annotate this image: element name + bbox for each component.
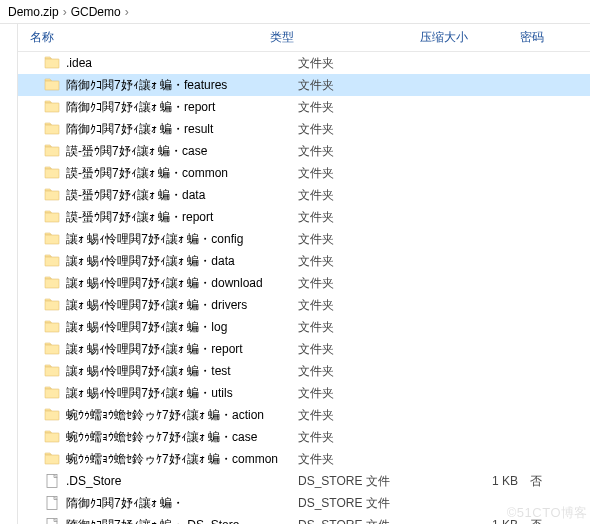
list-item[interactable]: 讓ｫ 蜴ｨ怜哩閧7妤ｨ讓ｫ 蝙・config文件夹 <box>18 228 590 250</box>
file-list: .idea文件夹隋御ｸｺ閧7妤ｨ讓ｫ 蝙・features文件夹隋御ｸｺ閧7妤ｨ… <box>18 52 590 524</box>
file-name: 謨-蜑ｳ閧7妤ｨ讓ｫ 蝙・case <box>66 143 298 160</box>
list-item[interactable]: 讓ｫ 蜴ｨ怜哩閧7妤ｨ讓ｫ 蝙・log文件夹 <box>18 316 590 338</box>
list-item[interactable]: .idea文件夹 <box>18 52 590 74</box>
file-name: 讓ｫ 蜴ｨ怜哩閧7妤ｨ讓ｫ 蝙・report <box>66 341 298 358</box>
file-name: 隋御ｸｺ閧7妤ｨ讓ｫ 蝙・features <box>66 77 298 94</box>
svg-rect-4 <box>45 147 59 156</box>
column-header-encrypted[interactable]: 密码 <box>520 29 570 46</box>
file-encrypted: 否 <box>530 473 570 490</box>
file-name: 蜿ｳｩ蠕ｮｳ蟾ｾ鈴ゥｹ7妤ｨ讓ｫ 蝙・common <box>66 451 298 468</box>
breadcrumb-item[interactable]: GCDemo <box>71 5 121 19</box>
folder-icon <box>44 451 60 467</box>
list-item[interactable]: 謨-蜑ｳ閧7妤ｨ讓ｫ 蝙・report文件夹 <box>18 206 590 228</box>
list-item[interactable]: 讓ｫ 蜴ｨ怜哩閧7妤ｨ讓ｫ 蝙・drivers文件夹 <box>18 294 590 316</box>
list-item[interactable]: 隋御ｸｺ閧7妤ｨ讓ｫ 蝙・features文件夹 <box>18 74 590 96</box>
folder-icon <box>44 429 60 445</box>
file-size: 1 KB <box>448 474 530 488</box>
folder-icon <box>44 55 60 71</box>
file-name: .idea <box>66 56 298 70</box>
folder-icon <box>44 363 60 379</box>
list-item[interactable]: 謨-蜑ｳ閧7妤ｨ讓ｫ 蝙・case文件夹 <box>18 140 590 162</box>
list-item[interactable]: 隋御ｸｺ閧7妤ｨ讓ｫ 蝙・.DS_StoreDS_STORE 文件1 KB否 <box>18 514 590 524</box>
list-item[interactable]: .DS_StoreDS_STORE 文件1 KB否 <box>18 470 590 492</box>
file-icon <box>44 473 60 489</box>
svg-rect-11 <box>45 301 59 310</box>
list-item[interactable]: 蜿ｳｩ蠕ｮｳ蟾ｾ鈴ゥｹ7妤ｨ讓ｫ 蝙・common文件夹 <box>18 448 590 470</box>
folder-icon <box>44 297 60 313</box>
file-type: 文件夹 <box>298 55 448 72</box>
list-item[interactable]: 讓ｫ 蜴ｨ怜哩閧7妤ｨ讓ｫ 蝙・download文件夹 <box>18 272 590 294</box>
folder-icon <box>44 209 60 225</box>
list-item[interactable]: 隋御ｸｺ閧7妤ｨ讓ｫ 蝙・report文件夹 <box>18 96 590 118</box>
svg-rect-6 <box>45 191 59 200</box>
file-type: 文件夹 <box>298 99 448 116</box>
file-name: 讓ｫ 蜴ｨ怜哩閧7妤ｨ讓ｫ 蝙・log <box>66 319 298 336</box>
svg-rect-16 <box>45 411 59 420</box>
file-name: 讓ｫ 蜴ｨ怜哩閧7妤ｨ讓ｫ 蝙・drivers <box>66 297 298 314</box>
list-item[interactable]: 謨-蜑ｳ閧7妤ｨ讓ｫ 蝙・data文件夹 <box>18 184 590 206</box>
file-name: 讓ｫ 蜴ｨ怜哩閧7妤ｨ讓ｫ 蝙・test <box>66 363 298 380</box>
svg-rect-2 <box>45 103 59 112</box>
file-name: 謨-蜑ｳ閧7妤ｨ讓ｫ 蝙・data <box>66 187 298 204</box>
file-type: 文件夹 <box>298 143 448 160</box>
folder-icon <box>44 407 60 423</box>
file-type: 文件夹 <box>298 363 448 380</box>
chevron-right-icon: › <box>125 5 129 19</box>
file-type: 文件夹 <box>298 451 448 468</box>
column-header-name[interactable]: 名称 <box>30 29 270 46</box>
folder-icon <box>44 121 60 137</box>
list-item[interactable]: 隋御ｸｺ閧7妤ｨ讓ｫ 蝙・DS_STORE 文件 <box>18 492 590 514</box>
file-name: 隋御ｸｺ閧7妤ｨ讓ｫ 蝙・.DS_Store <box>66 517 298 525</box>
watermark: ©51CTO博客 <box>507 504 588 522</box>
list-item[interactable]: 蜿ｳｩ蠕ｮｳ蟾ｾ鈴ゥｹ7妤ｨ讓ｫ 蝙・case文件夹 <box>18 426 590 448</box>
folder-icon <box>44 77 60 93</box>
breadcrumb-item[interactable]: Demo.zip <box>8 5 59 19</box>
sidebar-fragment: p <box>0 24 18 524</box>
folder-icon <box>44 143 60 159</box>
file-type: DS_STORE 文件 <box>298 495 448 512</box>
file-type: 文件夹 <box>298 429 448 446</box>
folder-icon <box>44 275 60 291</box>
svg-rect-9 <box>45 257 59 266</box>
list-item[interactable]: 讓ｫ 蜴ｨ怜哩閧7妤ｨ讓ｫ 蝙・data文件夹 <box>18 250 590 272</box>
list-item[interactable]: 蜿ｳｩ蠕ｮｳ蟾ｾ鈴ゥｹ7妤ｨ讓ｫ 蝙・action文件夹 <box>18 404 590 426</box>
file-type: 文件夹 <box>298 275 448 292</box>
folder-icon <box>44 319 60 335</box>
svg-rect-8 <box>45 235 59 244</box>
file-type: 文件夹 <box>298 165 448 182</box>
file-type: 文件夹 <box>298 121 448 138</box>
column-header-size[interactable]: 压缩大小 <box>420 29 520 46</box>
list-item[interactable]: 讓ｫ 蜴ｨ怜哩閧7妤ｨ讓ｫ 蝙・utils文件夹 <box>18 382 590 404</box>
svg-rect-13 <box>45 345 59 354</box>
file-name: 讓ｫ 蜴ｨ怜哩閧7妤ｨ讓ｫ 蝙・data <box>66 253 298 270</box>
file-type: 文件夹 <box>298 231 448 248</box>
chevron-right-icon: › <box>63 5 67 19</box>
file-name: 謨-蜑ｳ閧7妤ｨ讓ｫ 蝙・common <box>66 165 298 182</box>
file-type: 文件夹 <box>298 253 448 270</box>
file-name: 讓ｫ 蜴ｨ怜哩閧7妤ｨ讓ｫ 蝙・utils <box>66 385 298 402</box>
svg-rect-10 <box>45 279 59 288</box>
folder-icon <box>44 99 60 115</box>
file-name: 謨-蜑ｳ閧7妤ｨ讓ｫ 蝙・report <box>66 209 298 226</box>
folder-icon <box>44 231 60 247</box>
column-header-type[interactable]: 类型 <box>270 29 420 46</box>
file-type: 文件夹 <box>298 407 448 424</box>
svg-rect-14 <box>45 367 59 376</box>
svg-rect-1 <box>45 81 59 90</box>
list-item[interactable]: 隋御ｸｺ閧7妤ｨ讓ｫ 蝙・result文件夹 <box>18 118 590 140</box>
list-item[interactable]: 謨-蜑ｳ閧7妤ｨ讓ｫ 蝙・common文件夹 <box>18 162 590 184</box>
file-name: 隋御ｸｺ閧7妤ｨ讓ｫ 蝙・result <box>66 121 298 138</box>
list-item[interactable]: 讓ｫ 蜴ｨ怜哩閧7妤ｨ讓ｫ 蝙・test文件夹 <box>18 360 590 382</box>
svg-rect-18 <box>45 455 59 464</box>
file-icon <box>44 517 60 524</box>
file-type: DS_STORE 文件 <box>298 517 448 525</box>
file-type: 文件夹 <box>298 341 448 358</box>
folder-icon <box>44 341 60 357</box>
file-name: .DS_Store <box>66 474 298 488</box>
file-name: 讓ｫ 蜴ｨ怜哩閧7妤ｨ讓ｫ 蝙・download <box>66 275 298 292</box>
list-item[interactable]: 讓ｫ 蜴ｨ怜哩閧7妤ｨ讓ｫ 蝙・report文件夹 <box>18 338 590 360</box>
folder-icon <box>44 187 60 203</box>
svg-rect-17 <box>45 433 59 442</box>
folder-icon <box>44 385 60 401</box>
svg-rect-7 <box>45 213 59 222</box>
